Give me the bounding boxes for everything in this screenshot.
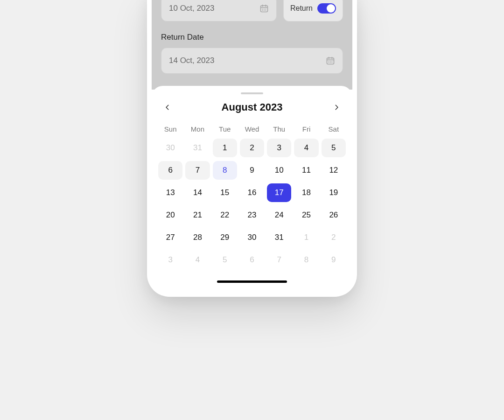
- day-of-week-header: Tue: [213, 122, 237, 136]
- day-of-week-header: Fri: [294, 122, 318, 136]
- calendar-icon: [259, 4, 269, 13]
- background-form: 10 Oct, 2023 Return Return Date 14 Oct, …: [152, 0, 352, 90]
- phone-shell: 10 Oct, 2023 Return Return Date 14 Oct, …: [147, 0, 357, 297]
- sheet-handle[interactable]: [241, 92, 263, 94]
- depart-date-value: 10 Oct, 2023: [169, 4, 214, 13]
- calendar-day[interactable]: 5: [213, 251, 237, 269]
- calendar-day[interactable]: 23: [240, 206, 264, 224]
- calendar-day[interactable]: 16: [240, 183, 264, 202]
- svg-point-5: [264, 10, 265, 11]
- calendar-day[interactable]: 21: [185, 206, 210, 224]
- calendar-grid: 3031123456789101112131415161718192021222…: [158, 139, 346, 269]
- calendar-day[interactable]: 30: [240, 228, 264, 247]
- calendar-day[interactable]: 4: [185, 251, 210, 269]
- svg-rect-7: [327, 58, 334, 64]
- svg-point-4: [262, 10, 263, 11]
- calendar-day[interactable]: 19: [322, 183, 346, 202]
- svg-point-3: [265, 9, 266, 10]
- calendar-day[interactable]: 31: [267, 228, 291, 247]
- calendar-day[interactable]: 1: [213, 139, 237, 157]
- return-toggle-box: Return: [283, 0, 343, 21]
- calendar-day[interactable]: 13: [158, 183, 182, 202]
- svg-point-13: [332, 62, 333, 63]
- calendar-day[interactable]: 7: [267, 251, 291, 269]
- svg-point-6: [265, 10, 266, 11]
- calendar-day[interactable]: 11: [294, 161, 318, 180]
- calendar-day[interactable]: 9: [322, 251, 346, 269]
- screen: 10 Oct, 2023 Return Return Date 14 Oct, …: [152, 0, 352, 292]
- day-of-week-header: Mon: [185, 122, 210, 136]
- calendar-month-title: August 2023: [222, 101, 283, 113]
- calendar-day[interactable]: 12: [322, 161, 346, 180]
- chevron-left-icon: [164, 104, 171, 111]
- day-of-week-header: Sat: [322, 122, 346, 136]
- day-of-week-header: Thu: [267, 122, 291, 136]
- days-of-week-row: SunMonTueWedThuFriSat: [158, 122, 346, 136]
- svg-point-11: [329, 62, 329, 63]
- calendar-day[interactable]: 1: [294, 228, 318, 247]
- return-date-value: 14 Oct, 2023: [169, 56, 214, 65]
- calendar-day[interactable]: 5: [322, 139, 346, 157]
- depart-date-field[interactable]: 10 Oct, 2023: [161, 0, 277, 21]
- svg-rect-0: [260, 6, 267, 12]
- calendar-day[interactable]: 6: [158, 161, 182, 180]
- day-of-week-header: Sun: [158, 122, 182, 136]
- calendar-day[interactable]: 30: [158, 139, 182, 157]
- return-toggle[interactable]: [317, 3, 336, 14]
- calendar-sheet: August 2023 SunMonTueWedThuFriSat 303112…: [152, 86, 352, 292]
- calendar-icon: [326, 56, 335, 65]
- calendar-header: August 2023: [158, 101, 346, 114]
- calendar-day[interactable]: 4: [294, 139, 318, 157]
- calendar-day[interactable]: 3: [267, 139, 291, 157]
- calendar-day[interactable]: 10: [267, 161, 291, 180]
- calendar-day[interactable]: 31: [185, 139, 210, 157]
- calendar-day[interactable]: 26: [322, 206, 346, 224]
- toggle-knob: [327, 4, 335, 13]
- calendar-day[interactable]: 17: [267, 183, 291, 202]
- calendar-day[interactable]: 14: [185, 183, 210, 202]
- return-toggle-label: Return: [290, 4, 313, 13]
- calendar-day[interactable]: 22: [213, 206, 237, 224]
- calendar-day[interactable]: 29: [213, 228, 237, 247]
- svg-point-10: [332, 61, 333, 62]
- svg-point-8: [329, 61, 329, 62]
- day-of-week-header: Wed: [240, 122, 264, 136]
- calendar-day[interactable]: 24: [267, 206, 291, 224]
- return-date-label: Return Date: [161, 33, 343, 42]
- calendar-day[interactable]: 15: [213, 183, 237, 202]
- calendar-day[interactable]: 7: [185, 161, 210, 180]
- prev-month-button[interactable]: [161, 101, 174, 114]
- calendar-day[interactable]: 3: [158, 251, 182, 269]
- calendar-day[interactable]: 8: [294, 251, 318, 269]
- chevron-right-icon: [333, 104, 340, 111]
- calendar-day[interactable]: 6: [240, 251, 264, 269]
- calendar-day[interactable]: 8: [213, 161, 237, 180]
- calendar-day[interactable]: 28: [185, 228, 210, 247]
- calendar-day[interactable]: 20: [158, 206, 182, 224]
- calendar-day[interactable]: 25: [294, 206, 318, 224]
- svg-point-12: [330, 62, 331, 63]
- home-indicator: [217, 280, 287, 283]
- calendar-day[interactable]: 2: [322, 228, 346, 247]
- next-month-button[interactable]: [330, 101, 343, 114]
- calendar-day[interactable]: 9: [240, 161, 264, 180]
- calendar-day[interactable]: 2: [240, 139, 264, 157]
- calendar-day[interactable]: 18: [294, 183, 318, 202]
- svg-point-1: [262, 9, 263, 10]
- svg-point-9: [330, 61, 331, 62]
- svg-point-2: [264, 9, 265, 10]
- calendar-day[interactable]: 27: [158, 228, 182, 247]
- return-date-field[interactable]: 14 Oct, 2023: [161, 48, 343, 74]
